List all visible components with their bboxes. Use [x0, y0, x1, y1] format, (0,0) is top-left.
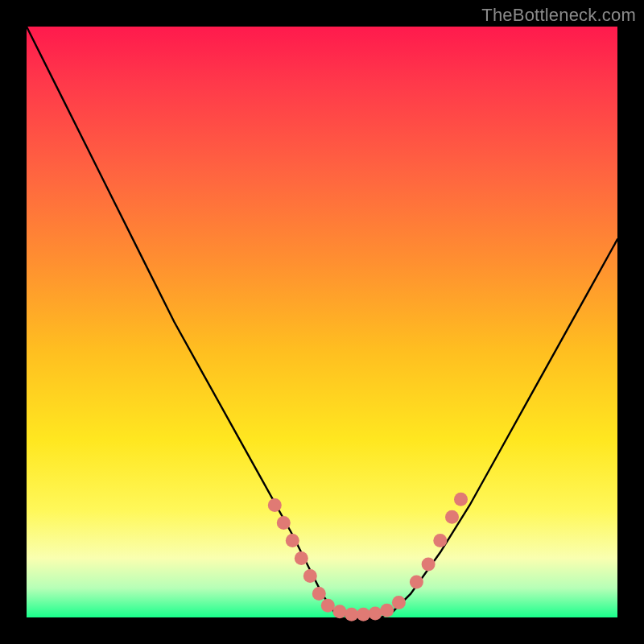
- curve-layer: [27, 27, 617, 617]
- highlight-dot: [286, 534, 299, 547]
- chart-frame: TheBottleneck.com: [0, 0, 644, 644]
- highlight-dot: [345, 608, 358, 621]
- highlight-dot: [303, 569, 317, 583]
- highlight-dot: [454, 493, 468, 506]
- watermark-text: TheBottleneck.com: [481, 5, 636, 26]
- highlight-dot: [312, 587, 326, 601]
- highlight-dot: [410, 576, 423, 589]
- highlight-dot: [422, 557, 436, 571]
- highlight-dot: [268, 498, 282, 512]
- highlight-dot: [380, 604, 394, 617]
- highlight-dot: [277, 516, 291, 530]
- highlight-dot: [333, 605, 347, 618]
- bottleneck-curve: [27, 27, 617, 617]
- highlight-dot: [369, 606, 382, 620]
- chart-svg: [27, 27, 617, 617]
- highlight-dot: [392, 596, 406, 609]
- highlight-dot: [433, 534, 447, 547]
- highlight-dot: [445, 510, 459, 524]
- highlight-dot: [295, 551, 308, 565]
- highlight-dot: [357, 608, 370, 621]
- highlight-dot: [321, 599, 335, 613]
